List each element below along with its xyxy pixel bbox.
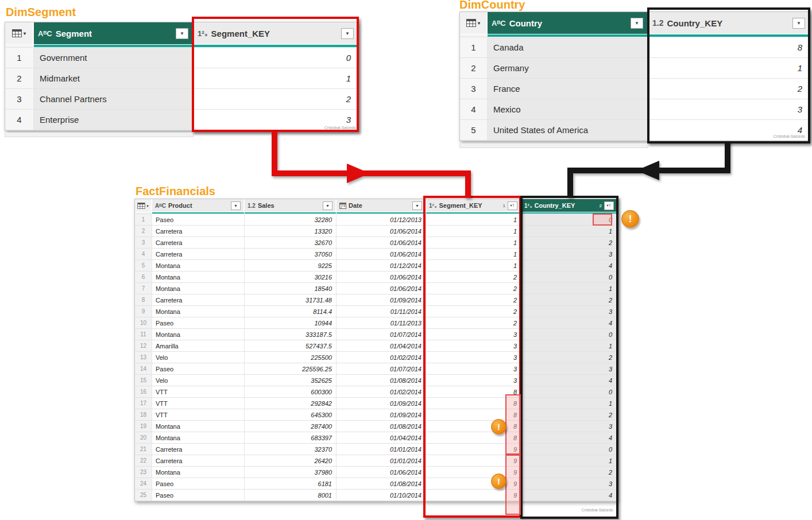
watermark: Cristobal-Salcedo [276,126,356,130]
warning-icon: ! [491,474,506,489]
column-label: Sales [258,202,274,209]
date-cell: 01/08/2014 [337,421,426,432]
sales-cell: 31731.48 [245,294,337,306]
product-cell: Carretera [152,294,245,306]
row-number-cell: 1 [5,48,34,68]
row-number-cell: 13 [135,352,152,363]
country-cell: Germany [488,58,648,79]
highlight-segment-key-9 [505,455,521,515]
column-header-sales[interactable]: 1.2 Sales ▼ [245,199,337,212]
dropdown-arrow-icon: ▼ [415,204,419,208]
country-cell: France [488,79,648,99]
chevron-down-icon: ▾ [24,31,26,36]
date-cell: 01/04/2014 [337,340,426,352]
column-header-date[interactable]: Date ▼ [337,199,426,212]
column-label: Country [509,18,543,28]
filter-dropdown-button[interactable]: ▼ [631,18,643,29]
canvas: DimSegment ▾ AᴮC Segment [0,0,812,520]
pane-strip [5,133,194,137]
product-cell: Montana [152,329,245,340]
dropdown-arrow-icon: ▼ [326,204,330,208]
date-cell: 01/01/2014 [337,444,426,455]
row-number-cell: 1 [135,214,152,226]
row-number-cell: 3 [5,89,34,110]
filter-dropdown-button[interactable]: ▼ [412,201,422,210]
text-type-icon: AᴮC [38,29,52,38]
column-label: Date [349,202,362,209]
product-cell: Paseo [152,363,245,375]
text-type-icon: AᴮC [492,19,506,28]
product-cell: VTT [152,386,245,398]
row-number-cell: 2 [460,58,488,79]
table-corner-button[interactable]: ▾ [135,199,152,212]
row-number-cell: 22 [135,455,152,467]
table-corner-button[interactable]: ▾ [5,22,34,44]
dropdown-arrow-icon: ▼ [234,204,238,208]
highlight-segment-key-8 [505,394,521,455]
date-cell: 01/02/2014 [337,352,426,363]
product-cell: Montana [152,432,245,444]
product-cell: Montana [152,271,245,283]
row-number-cell: 23 [135,467,152,478]
column-header-product[interactable]: AᴮC Product ▼ [152,199,245,212]
arrowhead-left-icon [636,161,659,180]
product-cell: Paseo [152,214,245,226]
sales-cell: 352625 [245,375,337,386]
row-number-cell: 15 [135,375,152,386]
row-number-cell: 25 [135,490,152,501]
table-grid-icon [137,203,145,209]
annotation-box-fact-country-key [520,196,618,519]
segment-cell: Midmarket [34,68,194,89]
date-cell: 01/06/2014 [337,226,426,237]
date-cell: 01/09/2014 [337,294,426,306]
date-cell: 01/07/2014 [337,363,426,375]
date-cell: 01/06/2014 [337,283,426,294]
sales-cell: 683397 [245,432,337,444]
product-cell: Carretera [152,237,245,249]
country-cell: Canada [488,37,648,58]
row-number-cell: 18 [135,409,152,421]
table-corner-button[interactable]: ▾ [460,12,488,34]
product-cell: Paseo [152,317,245,329]
sales-cell: 32370 [245,444,337,455]
segment-cell: Enterprise [34,110,194,130]
filter-dropdown-button[interactable]: ▼ [231,201,241,210]
product-cell: Carretera [152,455,245,467]
date-cell: 01/02/2014 [337,386,426,398]
row-number-cell: 12 [135,340,152,352]
product-cell: Amarilla [152,340,245,352]
product-cell: Carretera [152,226,245,237]
date-cell: 01/12/2013 [337,214,426,226]
row-number-cell: 5 [135,260,152,271]
sales-cell: 32280 [245,214,337,226]
row-number-cell: 24 [135,478,152,490]
sales-cell: 37980 [245,467,337,478]
product-cell: Carretera [152,444,245,455]
segment-cell: Channel Partners [34,89,194,110]
sales-cell: 292842 [245,398,337,409]
row-number-cell: 4 [460,99,488,120]
segment-cell: Government [34,48,194,68]
sales-cell: 645300 [245,409,337,421]
product-cell: Carretera [152,249,245,260]
row-number-cell: 14 [135,363,152,375]
sales-cell: 527437.5 [245,340,337,352]
pane-strip [459,143,648,148]
row-number-cell: 8 [135,294,152,306]
row-number-cell: 4 [5,110,34,130]
country-cell: United States of America [488,120,648,141]
highlight-country-key-0 [593,214,612,226]
column-header-segment[interactable]: AᴮC Segment ▼ [34,22,194,44]
product-cell: Velo [152,375,245,386]
sales-cell: 10944 [245,317,337,329]
row-number-cell: 21 [135,444,152,455]
date-cell: 01/09/2014 [337,409,426,421]
table-grid-icon [466,19,476,27]
column-header-country[interactable]: AᴮC Country ▼ [488,12,648,34]
dropdown-arrow-icon: ▼ [635,21,639,26]
sales-cell: 333187.5 [245,329,337,340]
sales-cell: 32670 [245,237,337,249]
row-number-cell: 9 [135,306,152,317]
filter-dropdown-button[interactable]: ▼ [323,201,332,210]
filter-dropdown-button[interactable]: ▼ [176,28,188,39]
